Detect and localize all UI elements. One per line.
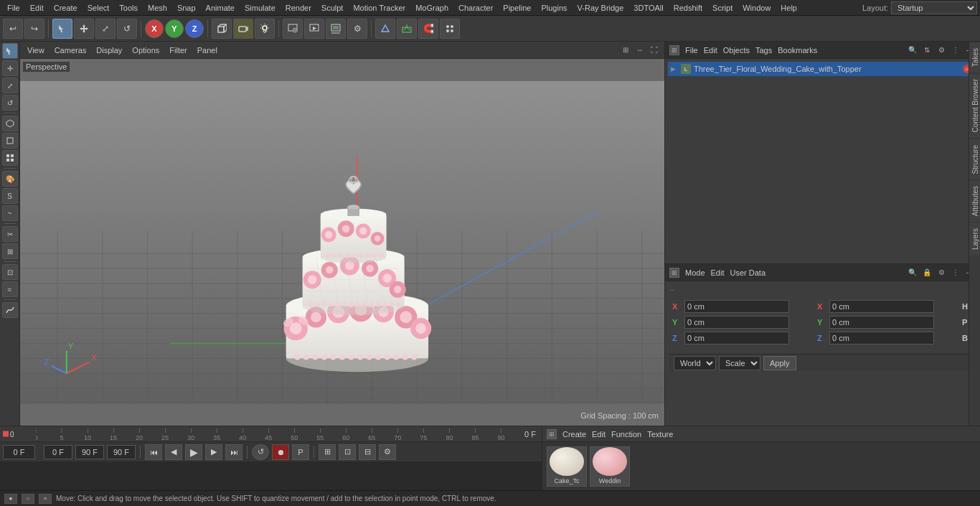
render-view-button[interactable]	[304, 19, 324, 39]
viewport[interactable]: X Y Z Perspective Grid Spacing : 100 cm	[20, 59, 664, 426]
apply-button[interactable]: Apply	[763, 356, 796, 370]
status-icon-2[interactable]: ○	[22, 494, 34, 504]
timeline-track[interactable]	[0, 462, 542, 490]
objects-settings-icon[interactable]: ⚙	[936, 44, 947, 56]
left-stamp-button[interactable]: S	[2, 188, 18, 204]
record-button[interactable]: ⏺	[272, 444, 289, 460]
attr-menu-edit[interactable]: Edit	[711, 268, 725, 277]
menu-select[interactable]: Select	[83, 2, 114, 14]
left-paint-button[interactable]: 🎨	[2, 171, 18, 187]
preview-start-input[interactable]	[44, 445, 72, 459]
tab-structure[interactable]: Structure	[969, 139, 980, 180]
redo-button[interactable]: ↪	[24, 19, 44, 39]
coord-p-input[interactable]	[829, 316, 934, 329]
objects-menu-tags[interactable]: Tags	[755, 46, 772, 55]
mat-menu-texture[interactable]: Texture	[647, 430, 673, 439]
menu-3dtoall[interactable]: 3DTOAll	[629, 2, 667, 14]
coord-y-input[interactable]	[684, 316, 789, 329]
select-tool-button[interactable]	[52, 19, 72, 39]
x-axis-button[interactable]: X	[145, 19, 164, 38]
left-knife-button[interactable]: ✂	[2, 226, 18, 242]
coord-z-input[interactable]	[684, 332, 789, 345]
material-weddin[interactable]: Weddin	[590, 446, 630, 487]
menu-file[interactable]: File	[3, 2, 24, 14]
menu-script[interactable]: Script	[708, 2, 737, 14]
left-scale-button[interactable]: ⤢	[2, 78, 18, 93]
play-button[interactable]: ▶	[185, 444, 202, 460]
workplane-button[interactable]	[397, 19, 417, 39]
coord-x-input[interactable]	[684, 300, 789, 313]
rotate-tool-button[interactable]: ↺	[117, 19, 137, 39]
goto-end-button[interactable]: ⏭	[225, 444, 242, 460]
viewport-menu-panel[interactable]: Panel	[194, 44, 220, 56]
preview-end-input[interactable]	[107, 445, 136, 459]
next-frame-button[interactable]: ▶	[205, 444, 222, 460]
tab-attributes[interactable]: Attributes	[969, 179, 980, 222]
layout-select[interactable]: Startup	[891, 1, 977, 14]
loop-button[interactable]: ↺	[252, 444, 269, 460]
left-smear-button[interactable]: ~	[2, 205, 18, 221]
snap-button[interactable]: 🧲	[418, 19, 438, 39]
cube-tool-button[interactable]	[212, 19, 232, 39]
menu-sculpt[interactable]: Sculpt	[317, 2, 348, 14]
menu-tools[interactable]: Tools	[115, 2, 142, 14]
coord-h-input[interactable]	[829, 300, 934, 313]
objects-menu-edit[interactable]: Edit	[704, 46, 717, 55]
attr-settings-icon[interactable]: ⚙	[936, 267, 947, 278]
menu-snap[interactable]: Snap	[173, 2, 200, 14]
menu-character[interactable]: Character	[454, 2, 497, 14]
menu-motion-tracker[interactable]: Motion Tracker	[349, 2, 410, 14]
menu-help[interactable]: Help	[776, 2, 801, 14]
z-axis-button[interactable]: Z	[185, 19, 204, 38]
left-sculpt-button[interactable]	[2, 302, 18, 318]
auto-key-button[interactable]: P	[292, 444, 309, 460]
timeline-extra-2[interactable]: ⊡	[339, 444, 356, 460]
left-polygon-button[interactable]	[2, 116, 18, 131]
viewport-icon-1[interactable]: ⊞	[620, 44, 631, 56]
material-cake-tc[interactable]: Cake_Tc	[547, 446, 587, 487]
viewport-menu-view[interactable]: View	[24, 44, 47, 56]
left-move-button[interactable]: ✛	[2, 60, 18, 76]
left-select-button[interactable]	[2, 43, 18, 59]
render-region-button[interactable]	[283, 19, 303, 39]
status-icon-3[interactable]: ×	[39, 494, 52, 504]
move-tool-button[interactable]	[74, 19, 94, 39]
timeline-extra-3[interactable]: ⊟	[359, 444, 376, 460]
left-edge-button[interactable]	[2, 133, 18, 149]
left-bridge-button[interactable]: ⊞	[2, 243, 18, 259]
viewport-icon-3[interactable]: ⛶	[649, 44, 660, 56]
timeline-extra-1[interactable]: ⊞	[319, 444, 336, 460]
light-tool-button[interactable]	[255, 19, 275, 39]
objects-menu-bookmarks[interactable]: Bookmarks	[778, 46, 817, 55]
mat-menu-edit[interactable]: Edit	[592, 430, 606, 439]
status-icon-1[interactable]: ●	[4, 494, 17, 504]
left-subdivide-button[interactable]: ⊡	[2, 264, 18, 280]
undo-button[interactable]: ↩	[3, 19, 23, 39]
left-rotate-button[interactable]: ↺	[2, 95, 18, 111]
mat-menu-function[interactable]: Function	[611, 430, 641, 439]
menu-edit[interactable]: Edit	[26, 2, 48, 14]
viewport-menu-filter[interactable]: Filter	[166, 44, 189, 56]
left-smooth-button[interactable]: ≈	[2, 281, 18, 297]
attr-dots-icon[interactable]: ⋮	[950, 267, 961, 278]
prev-frame-button[interactable]: ◀	[165, 444, 182, 460]
viewport-menu-display[interactable]: Display	[93, 44, 125, 56]
viewport-menu-cameras[interactable]: Cameras	[52, 44, 90, 56]
quantize-button[interactable]	[440, 19, 460, 39]
coord-b-input[interactable]	[829, 332, 934, 345]
left-point-button[interactable]	[2, 150, 18, 166]
timeline-extra-4[interactable]: ⚙	[379, 444, 396, 460]
menu-plugins[interactable]: Plugins	[537, 2, 571, 14]
render-button[interactable]	[326, 19, 346, 39]
object-item-cake[interactable]: ▶ L Three_Tier_Floral_Wedding_Cake_with_…	[668, 62, 977, 76]
world-select[interactable]: World	[674, 356, 716, 370]
menu-render[interactable]: Render	[281, 2, 316, 14]
menu-simulate[interactable]: Simulate	[240, 2, 280, 14]
objects-menu-objects[interactable]: Objects	[723, 46, 750, 55]
start-frame-input[interactable]	[3, 445, 35, 459]
menu-mesh[interactable]: Mesh	[143, 2, 171, 14]
tab-content-browser[interactable]: Content Browser	[969, 72, 980, 138]
objects-menu-file[interactable]: File	[685, 46, 698, 55]
scale-tool-button[interactable]: ⤢	[95, 19, 116, 39]
menu-vray[interactable]: V-Ray Bridge	[573, 2, 628, 14]
